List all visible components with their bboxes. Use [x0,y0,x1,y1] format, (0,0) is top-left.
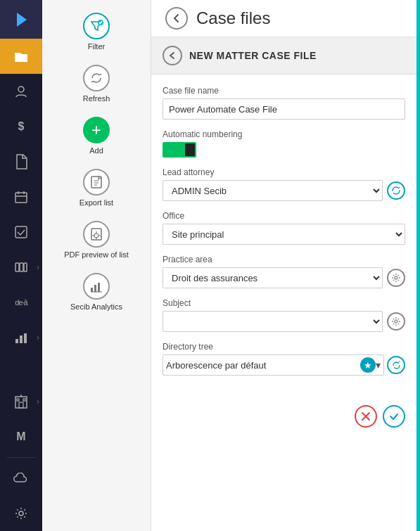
directory-tree-group: Directory tree Arborescence par défaut ★… [163,342,405,376]
directory-tree-input-wrap: Arborescence par défaut ★ ▾ [163,354,384,376]
directory-tree-label: Directory tree [163,342,405,352]
svg-rect-11 [19,402,23,408]
office-group: Office Site principal [163,211,405,245]
secib-analytics-button[interactable]: Secib Analytics [54,267,139,316]
svg-rect-2 [15,193,27,203]
svg-rect-4 [15,263,19,271]
case-file-name-label: Case file name [163,86,405,96]
practice-area-label: Practice area [163,255,405,264]
analytics-icon [83,273,110,300]
directory-tree-value: Arborescence par défaut [166,360,360,371]
subject-gear-btn[interactable] [387,312,405,331]
svg-rect-20 [94,285,96,292]
directory-tree-star-btn[interactable]: ★ [360,357,376,373]
nav-item-folder[interactable] [0,39,42,74]
refresh-label: Refresh [83,94,110,103]
svg-point-1 [18,87,24,92]
auto-numbering-toggle-row [163,142,405,158]
nav-item-building[interactable] [0,384,42,419]
refresh-button[interactable]: Refresh [54,59,139,108]
svg-point-14 [19,511,23,516]
svg-point-23 [395,320,397,323]
page-back-button[interactable] [165,7,188,30]
page-title: Case files [196,8,270,28]
form-back-button[interactable] [163,46,182,65]
filter-label: Filter [88,42,105,51]
nav-separator [7,457,35,458]
subject-select-row [163,311,405,332]
subject-select[interactable] [163,311,383,332]
nav-item-gear[interactable] [0,496,42,531]
practice-area-select[interactable]: Droit des assurances [163,267,383,288]
cancel-button[interactable] [355,405,377,428]
directory-tree-refresh-btn[interactable] [387,356,405,374]
nav-item-calendar[interactable] [0,179,42,215]
directory-tree-chevron[interactable]: ▾ [376,359,381,371]
pdf-icon [83,221,110,248]
add-button[interactable]: + Add [54,111,139,160]
nav-item-brand[interactable]: M [0,419,42,454]
svg-rect-12 [17,399,19,401]
svg-rect-9 [24,333,27,343]
case-file-name-input[interactable] [163,98,405,120]
nav-item-text[interactable]: de·ā [0,285,42,320]
lead-attorney-select-row: ADMIN Secib [163,180,405,201]
sidebar-panel: Filter Refresh + Add Export lis [42,0,151,531]
auto-numbering-group: Automatic numbering [163,129,405,158]
nav-bottom: M [0,384,42,531]
svg-rect-13 [23,399,25,401]
auto-numbering-toggle[interactable] [163,142,196,158]
page-header: Case files [151,0,416,37]
filter-icon [83,13,110,39]
nav-logo [0,0,42,39]
form-header-title: NEW MATTER CASE FILE [189,50,317,61]
auto-numbering-label: Automatic numbering [163,129,405,139]
lead-attorney-select[interactable]: ADMIN Secib [163,180,383,201]
case-file-name-group: Case file name [163,86,405,120]
office-label: Office [163,211,405,221]
export-list-button[interactable]: Export list [54,163,139,212]
svg-rect-21 [98,283,100,292]
practice-area-gear-btn[interactable] [387,269,405,287]
lead-attorney-label: Lead attorney [163,167,405,177]
nav-item-dollar[interactable]: $ [0,109,42,144]
practice-area-select-row: Droit des assurances [163,267,405,288]
pdf-preview-label: PDF preview of list [64,250,129,259]
nav-item-chart[interactable] [0,320,42,355]
nav-item-checkbox[interactable] [0,215,42,250]
practice-area-group: Practice area Droit des assurances [163,255,405,288]
lead-attorney-group: Lead attorney ADMIN Secib [163,167,405,201]
form-body: Case file name Automatic numbering Lead … [151,75,416,397]
nav-item-columns[interactable] [0,250,42,285]
svg-rect-5 [20,263,23,271]
pdf-preview-button[interactable]: PDF preview of list [54,215,139,264]
nav-item-cloud[interactable] [0,461,42,496]
nav-item-file[interactable] [0,144,42,179]
export-icon [83,169,110,196]
subject-label: Subject [163,298,405,308]
main-content: Case files NEW MATTER CASE FILE Case fil… [151,0,416,531]
svg-point-22 [395,276,397,279]
add-icon: + [83,117,110,143]
nav-bar: $ de·ā [0,0,42,531]
office-select[interactable]: Site principal [163,224,405,245]
svg-rect-19 [91,288,93,292]
add-label: Add [89,146,103,155]
directory-tree-row: Arborescence par défaut ★ ▾ [163,354,405,376]
form-area: NEW MATTER CASE FILE Case file name Auto… [151,37,416,531]
refresh-icon [83,65,110,91]
form-header: NEW MATTER CASE FILE [151,37,416,75]
svg-rect-6 [24,263,27,271]
svg-point-18 [94,233,98,238]
filter-button[interactable]: Filter [54,7,139,56]
toggle-thumb [185,143,195,156]
confirm-button[interactable] [383,405,405,428]
export-list-label: Export list [79,198,113,207]
lead-attorney-refresh-btn[interactable] [387,181,405,200]
svg-rect-8 [20,335,23,343]
form-actions [151,397,416,436]
secib-analytics-label: Secib Analytics [70,302,122,311]
accent-bar [416,0,420,531]
nav-item-user[interactable] [0,74,42,109]
svg-rect-7 [15,339,18,343]
